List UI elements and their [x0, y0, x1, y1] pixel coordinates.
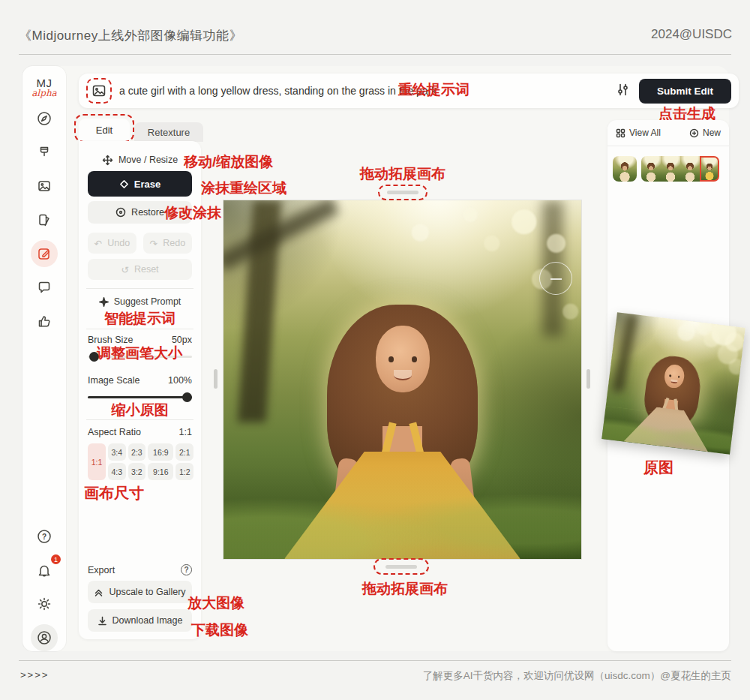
annotation-upscale: 放大图像 [188, 593, 244, 613]
sparkle-icon [99, 297, 109, 307]
footer-divider [19, 660, 731, 661]
undo-button[interactable]: ↶ Undo [88, 233, 136, 254]
chevrons-up-icon [94, 587, 104, 597]
divider [86, 419, 194, 420]
explore-compass-icon[interactable] [31, 105, 58, 132]
annotation-suggest: 智能提示词 [79, 309, 201, 329]
annotation-canvas-size: 画布尺寸 [84, 483, 144, 503]
ratio-3-4[interactable]: 3:4 [108, 443, 126, 461]
version-thumbnail-selected[interactable] [700, 156, 719, 182]
ratio-4-3[interactable]: 4:3 [108, 463, 126, 480]
notifications-bell-icon[interactable]: 1 [31, 557, 58, 584]
girl-face [376, 326, 430, 392]
suggest-prompt-label: Suggest Prompt [114, 296, 182, 307]
like-thumb-icon[interactable] [31, 308, 58, 335]
version-thumbnail[interactable] [680, 156, 700, 182]
edit-tab-highlight [74, 114, 134, 143]
settings-sliders-icon[interactable] [616, 83, 630, 100]
restore-icon [116, 207, 126, 218]
annotation-move: 移动/缩放图像 [184, 152, 273, 172]
divider [86, 329, 194, 329]
page-title: 《Midjourney上线外部图像编辑功能》 [19, 27, 242, 44]
aspect-ratio-grid: 1:1 3:4 2:3 16:9 2:1 4:3 3:2 9:16 1:2 [88, 443, 194, 480]
image-scale-label: Image Scale [88, 375, 140, 386]
annotation-expand-top: 拖动拓展画布 [360, 164, 446, 184]
redo-icon: ↷ [150, 238, 158, 249]
annotation-brush: 调整画笔大小 [97, 344, 182, 363]
annotation-prompt: 重绘提示词 [398, 80, 470, 100]
image-scale-value: 100% [168, 375, 192, 386]
prompt-image-reference[interactable] [86, 78, 112, 104]
account-avatar-icon[interactable] [31, 624, 58, 651]
annotation-expand-bottom: 拖动拓展画布 [362, 579, 448, 599]
version-thumbnail[interactable] [641, 156, 661, 182]
canvas-expand-handle-top[interactable] [387, 191, 418, 194]
undo-label: Undo [107, 238, 130, 248]
aspect-ratio-current: 1:1 [179, 427, 192, 437]
theme-sun-icon[interactable] [31, 590, 58, 617]
move-resize-button[interactable]: Move / Resize [88, 150, 192, 170]
ratio-2-1[interactable]: 2:1 [176, 443, 194, 461]
version-thumbnail[interactable] [613, 156, 637, 182]
plus-circle-icon [689, 128, 699, 138]
move-resize-label: Move / Resize [118, 155, 178, 165]
header-divider [19, 54, 731, 55]
ratio-3-2[interactable]: 3:2 [128, 463, 146, 480]
credit-label: 2024@UISDC [651, 27, 732, 42]
redo-button[interactable]: ↷ Redo [143, 233, 192, 254]
tab-retexture[interactable]: Retexture [134, 122, 203, 142]
redo-label: Redo [163, 238, 185, 248]
canvas-expand-handle-right[interactable] [586, 369, 590, 389]
help-question-icon[interactable]: ? [31, 523, 58, 550]
grass [224, 466, 581, 559]
ratio-1-1[interactable]: 1:1 [88, 443, 106, 480]
view-all-button[interactable]: View All [616, 128, 661, 138]
submit-edit-button[interactable]: Submit Edit [639, 79, 731, 104]
upscale-label: Upscale to Gallery [109, 587, 185, 597]
divider [608, 146, 729, 146]
ratio-2-3[interactable]: 2:3 [128, 443, 146, 461]
edit-pencil-icon[interactable] [31, 240, 58, 267]
aspect-ratio-label: Aspect Ratio [88, 427, 141, 437]
sidebar: MJ alpha ? 1 [22, 66, 66, 651]
move-icon [102, 155, 113, 166]
create-paintbrush-icon[interactable] [31, 139, 58, 166]
new-label: New [703, 128, 721, 138]
prompt-input[interactable]: a cute girl with a long yellow dress, st… [119, 85, 436, 97]
grid-icon [616, 128, 626, 138]
edit-canvas-image[interactable] [224, 200, 581, 559]
ratio-9-16[interactable]: 9:16 [148, 463, 173, 480]
ratio-16-9[interactable]: 16:9 [148, 443, 173, 461]
alpha-label: alpha [32, 88, 57, 98]
new-button[interactable]: New [689, 128, 721, 138]
swatches-icon[interactable] [31, 206, 58, 233]
canvas-expand-handle-bottom[interactable] [386, 565, 417, 569]
footer-arrows: >>>> [20, 669, 49, 680]
canvas-expand-handle-left[interactable] [214, 369, 218, 389]
download-icon [98, 616, 107, 626]
erase-button[interactable]: Erase [88, 171, 192, 197]
notification-badge: 1 [51, 554, 61, 564]
export-label: Export [88, 565, 115, 575]
ratio-1-2[interactable]: 1:2 [176, 463, 194, 480]
annotation-scale: 缩小原图 [79, 401, 201, 420]
chat-icon[interactable] [31, 274, 58, 301]
download-label: Download Image [112, 615, 183, 626]
upscale-to-gallery-button[interactable]: Upscale to Gallery [88, 581, 192, 603]
restore-label: Restore [131, 207, 164, 218]
svg-text:?: ? [42, 533, 46, 541]
brush-cursor-circle[interactable] [539, 262, 572, 295]
annotation-original: 原图 [644, 458, 674, 478]
footer-credit: 了解更多AI干货内容，欢迎访问优设网（uisdc.com）@夏花生的主页 [423, 669, 731, 683]
slider-track [88, 396, 192, 398]
erase-diamond-icon [119, 179, 129, 189]
reset-label: Reset [134, 264, 159, 275]
reset-button[interactable]: ↺ Reset [88, 259, 192, 280]
export-help-icon[interactable]: ? [181, 564, 192, 575]
original-image [602, 312, 745, 455]
gallery-image-icon[interactable] [31, 173, 58, 200]
version-thumbnail[interactable] [661, 156, 680, 182]
suggest-prompt-button[interactable]: Suggest Prompt [88, 294, 192, 309]
annotation-erase: 涂抹重绘区域 [201, 179, 286, 198]
download-image-button[interactable]: Download Image [88, 609, 192, 632]
